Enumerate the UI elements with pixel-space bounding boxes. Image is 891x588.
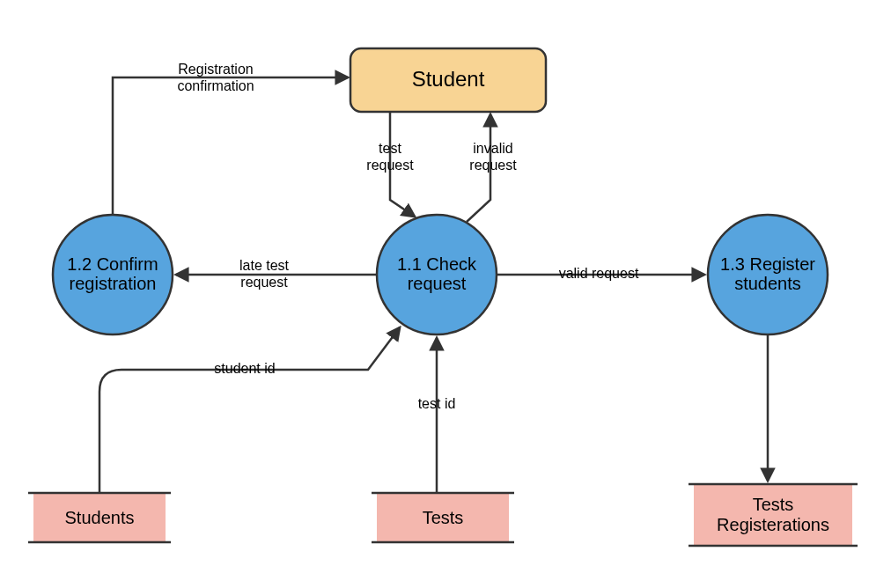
process-label: request <box>408 274 467 293</box>
flow-valid-request: valid request <box>497 266 704 281</box>
flow-label: request <box>469 158 517 173</box>
store-label: Registerations <box>717 515 829 534</box>
flow-student-id: student id <box>99 327 400 493</box>
flow-label: student id <box>214 361 275 376</box>
flow-test-id: test id <box>418 338 456 493</box>
flow-test-request: test request <box>366 112 415 217</box>
data-store-registrations: Tests Registerations <box>688 484 858 546</box>
flow-label: test <box>379 141 401 156</box>
external-entity-student: Student <box>350 48 546 112</box>
process-label: 1.2 Confirm <box>67 254 158 274</box>
flow-invalid-request: invalid request <box>467 114 517 222</box>
dfd-diagram: Student 1.1 Check request 1.2 Confirm re… <box>0 0 891 588</box>
entity-label: Student <box>412 67 485 91</box>
flow-late-test-request: late test request <box>176 258 377 290</box>
store-label: Students <box>65 508 135 527</box>
data-store-students: Students <box>28 493 171 542</box>
process-check-request: 1.1 Check request <box>377 215 497 334</box>
store-label: Tests <box>423 508 464 527</box>
flow-label: Registration <box>178 62 253 77</box>
process-label: registration <box>70 274 157 293</box>
process-label: 1.3 Register <box>720 254 815 274</box>
flow-label: late test <box>239 258 290 273</box>
flow-label: invalid <box>473 141 512 156</box>
data-store-tests: Tests <box>372 493 514 542</box>
flow-label: confirmation <box>177 78 254 93</box>
flow-label: test id <box>418 396 456 411</box>
process-confirm-registration: 1.2 Confirm registration <box>53 215 173 334</box>
store-label: Tests <box>753 495 794 514</box>
process-register-students: 1.3 Register students <box>708 215 828 334</box>
flow-registration-confirmation: Registration confirmation <box>113 62 348 215</box>
flow-label: request <box>366 158 414 173</box>
flow-label: request <box>240 275 288 290</box>
process-label: students <box>734 274 801 293</box>
process-label: 1.1 Check <box>397 254 477 274</box>
flow-label: valid request <box>559 266 639 281</box>
